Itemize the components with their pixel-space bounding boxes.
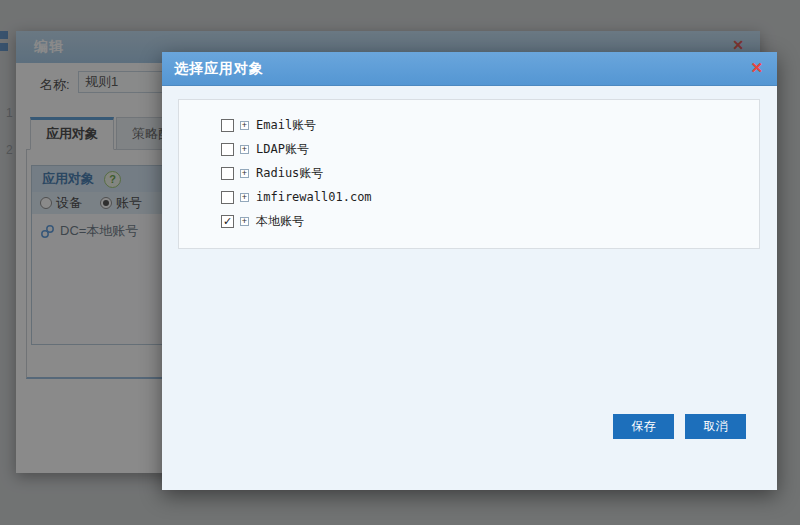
checkbox[interactable]: [221, 191, 234, 204]
checkbox[interactable]: ✓: [221, 215, 234, 228]
tree-row: ✓ + 本地账号: [221, 209, 759, 233]
screen: 1 2 编辑 ✕ 名称: 应用对象 策略配置 应用对象 ? 设备: [0, 0, 800, 525]
tree-row: + imfirewall01.com: [221, 185, 759, 209]
expand-plus-icon[interactable]: +: [240, 169, 249, 178]
expand-plus-icon[interactable]: +: [240, 193, 249, 202]
expand-plus-icon[interactable]: +: [240, 217, 249, 226]
cancel-button[interactable]: 取消: [685, 414, 746, 439]
save-button[interactable]: 保存: [613, 414, 674, 439]
tree-row: + Radius账号: [221, 161, 759, 185]
checkbox[interactable]: [221, 167, 234, 180]
select-object-modal: 选择应用对象 ✕ + Email账号 + LDAP账号 + Radius账号 +…: [162, 52, 777, 490]
tree-row-label: Email账号: [256, 117, 316, 134]
modal-button-row: 保存 取消: [613, 414, 746, 439]
tree-row-label: imfirewall01.com: [256, 190, 372, 204]
checkbox[interactable]: [221, 143, 234, 156]
checkbox[interactable]: [221, 119, 234, 132]
tree-row-label: LDAP账号: [256, 141, 309, 158]
modal-titlebar: 选择应用对象 ✕: [162, 52, 777, 86]
expand-plus-icon[interactable]: +: [240, 145, 249, 154]
tree-row-label: Radius账号: [256, 165, 323, 182]
modal-close-icon[interactable]: ✕: [750, 59, 763, 77]
tree-row: + LDAP账号: [221, 137, 759, 161]
modal-title: 选择应用对象: [174, 60, 264, 78]
tree-row: + Email账号: [221, 113, 759, 137]
expand-plus-icon[interactable]: +: [240, 121, 249, 130]
object-tree-panel: + Email账号 + LDAP账号 + Radius账号 + imfirewa…: [178, 99, 760, 249]
tree-row-label: 本地账号: [256, 213, 304, 230]
